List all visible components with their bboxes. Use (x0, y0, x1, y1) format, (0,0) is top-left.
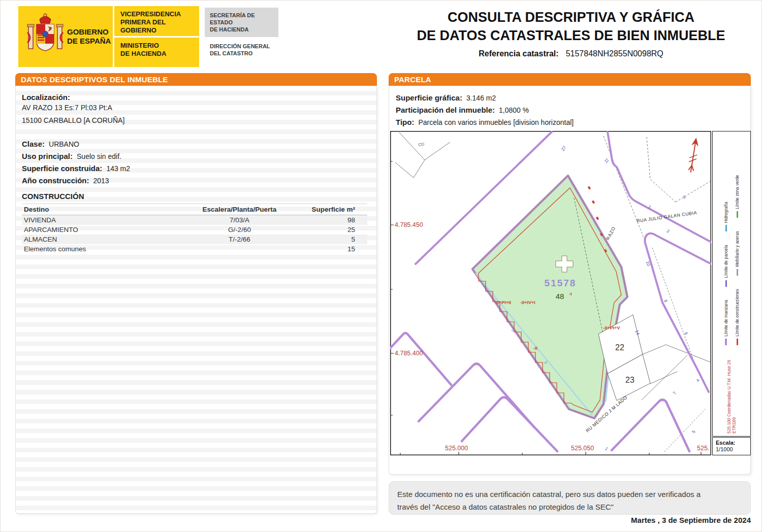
ministerio-label: MINISTERIO DE HACIENDA (114, 38, 199, 68)
direccion-general-catastro-label: DIRECCIÓN GENERAL DEL CATASTRO (205, 43, 291, 57)
escala-value: 1/1000 (716, 446, 733, 452)
localizacion-label: Localización: (22, 93, 370, 102)
spain-coat-of-arms-icon (25, 12, 65, 61)
address-line-2: 15100 CARBALLO [A CORUÑA] (22, 114, 370, 127)
coord-bottom-mid: 525.050 (571, 445, 594, 452)
field-ano-construccion: Año construcción:2013 (22, 175, 370, 187)
datos-descriptivos-panel: Localización: AV RAZO 13 Es:7 Pl:03 Pt:A… (15, 86, 377, 514)
coord-left-top: 4.785.450 (395, 221, 423, 228)
construccion-title: CONSTRUCCIÓN (22, 192, 370, 201)
svg-text:-II+PI+II: -II+PI+II (495, 300, 511, 305)
construccion-table: Destino Escalera/Planta/Puerta Superfici… (22, 204, 367, 254)
escala-label: Escala: (716, 440, 736, 446)
table-row: Elementos comunes 15 (22, 244, 367, 254)
coord-bottom-left: 525.000 (445, 445, 468, 452)
field-participacion: Participación del inmueble:1,0800 % (396, 104, 750, 116)
cadastral-reference: Referencia catastral:5157848NH2855N0098R… (391, 49, 751, 58)
utm-coords-note: 525.100 Coordenadas U.T.M. Huso 29 ETRS8… (726, 353, 737, 434)
construcciones-swatch (737, 339, 738, 345)
cadastral-map: 22 23 4.785.450 4.785.400 525.000 525.05… (390, 131, 711, 455)
government-logo-block: GOBIERNO DE ESPAÑA VICEPRESIDENCIA PRIME… (18, 6, 199, 67)
plot-storeys-label: -I (569, 291, 572, 296)
construccion-table-header-row: Destino Escalera/Planta/Puerta Superfici… (22, 204, 367, 215)
table-row: VIVIENDA 7/03/A 98 (22, 215, 367, 225)
field-clase: Clase:URBANO (22, 138, 370, 150)
legend-item-mobiliario-aceras: Mobiliario y aceras (735, 231, 740, 276)
vicepresidencia-label: VICEPRESIDENCIA PRIMERA DEL GOBIERNO (114, 6, 199, 38)
parcel-22-label: 22 (615, 343, 624, 352)
hidrografia-swatch (725, 225, 727, 232)
table-row: APARCAMIENTO G/-2/60 25 (22, 225, 367, 235)
cadastral-document: GOBIERNO DE ESPAÑA VICEPRESIDENCIA PRIME… (0, 0, 762, 532)
svg-text:-II+IV+I: -II+IV+I (520, 300, 535, 305)
legend-item-limite-zona-verde: Límite zona verde (735, 175, 740, 218)
parcel-23-label: 23 (625, 376, 634, 384)
parcela-swatch (725, 280, 727, 287)
map-legend: 525.100 Coordenadas U.T.M. Huso 29 ETRS8… (715, 134, 748, 434)
table-row: ALMACEN T/-2/66 5 (22, 235, 367, 244)
col-destino: Destino (22, 204, 181, 215)
legend-item-limite-construcciones: Límite de construcciones (735, 289, 740, 345)
coord-left-bottom: 4.785.400 (395, 350, 423, 357)
document-date: Martes , 3 de Septiembre de 2024 (389, 516, 751, 524)
disclaimer-line-2: través del "Acceso a datos catastrales n… (397, 501, 742, 513)
legend-item-limite-manzana: Límite de manzana (723, 300, 728, 345)
legend-item-limite-parcela: Límite de parcela (723, 245, 728, 287)
document-title: CONSULTA DESCRIPTIVA Y GRÁFICA DE DATOS … (391, 8, 751, 45)
parcela-header: PARCELA (389, 73, 751, 86)
legend-item-hidrografia: Hidrografía (723, 202, 728, 231)
coat-of-arms-section: GOBIERNO DE ESPAÑA (18, 6, 114, 67)
cd-label: CD (418, 142, 425, 147)
address-line-1: AV RAZO 13 Es:7 Pl:03 Pt:A (22, 102, 370, 114)
col-escalera: Escalera/Planta/Puerta (181, 204, 298, 215)
manzana-swatch (725, 339, 727, 345)
svg-text:-II+PI+V: -II+PI+V (603, 325, 620, 330)
gobierno-espana-label: GOBIERNO DE ESPAÑA (67, 27, 111, 46)
disclaimer-box: Este documento no es una certificación c… (389, 481, 751, 515)
field-uso-principal: Uso principal:Suelo sin edif. (22, 150, 370, 162)
secretaria-estado-label: SECRETARÍA DE ESTADO DE HACIENDA (205, 8, 278, 37)
plot-number-label: 48 (556, 292, 564, 301)
zona-verde-swatch (737, 211, 738, 218)
datos-descriptivos-header: DATOS DESCRIPTIVOS DEL INMUEBLE (15, 73, 377, 86)
cadastral-reference-value: 5157848NH2855N0098RQ (566, 49, 663, 58)
cadastral-reference-label: Referencia catastral: (479, 49, 558, 58)
cadastral-map-svg: 22 23 4.785.450 4.785.400 525.000 525.05… (390, 131, 711, 455)
parcel-number-label: 51578 (545, 278, 577, 288)
coord-bottom-right: 525. (697, 445, 709, 452)
field-tipo: Tipo:Parcela con varios inmuebles [divis… (396, 116, 750, 128)
field-superficie-grafica: Superficie gráfica:3.146 m2 (396, 92, 750, 104)
disclaimer-line-1: Este documento no es una certificación c… (397, 488, 742, 501)
field-superficie-construida: Superficie construida:143 m2 (22, 162, 370, 175)
col-superficie: Superficie m² (298, 204, 367, 215)
aceras-swatch (737, 269, 738, 276)
scale-box: Escala: 1/1000 (712, 437, 751, 455)
svg-text:-II: -II (533, 346, 537, 351)
